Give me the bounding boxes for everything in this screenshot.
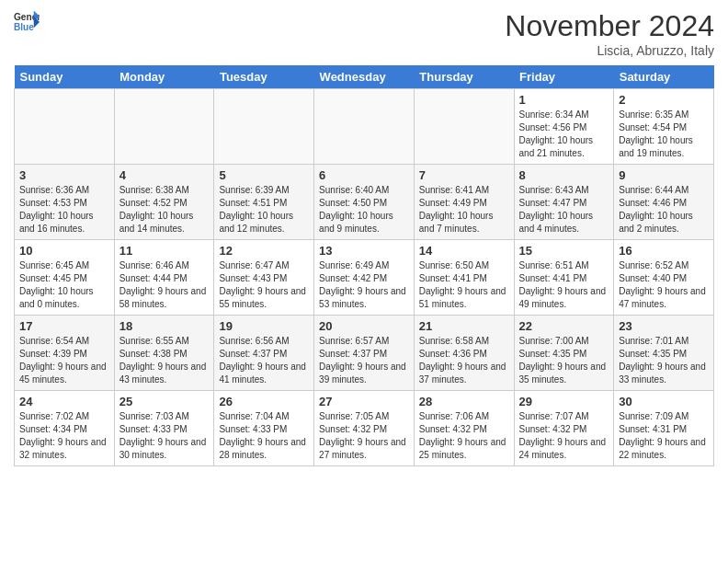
location-subtitle: Liscia, Abruzzo, Italy <box>505 43 714 58</box>
calendar-week-row: 24Sunrise: 7:02 AMSunset: 4:34 PMDayligh… <box>15 391 714 466</box>
day-info: Sunrise: 6:41 AMSunset: 4:49 PMDaylight:… <box>419 184 509 236</box>
day-number: 21 <box>419 319 509 333</box>
day-info: Sunrise: 6:43 AMSunset: 4:47 PMDaylight:… <box>519 184 609 236</box>
day-info: Sunrise: 6:52 AMSunset: 4:40 PMDaylight:… <box>619 259 709 311</box>
calendar-week-row: 1Sunrise: 6:34 AMSunset: 4:56 PMDaylight… <box>15 89 714 165</box>
day-number: 26 <box>219 395 309 408</box>
header-saturday: Saturday <box>614 65 714 89</box>
day-info: Sunrise: 6:57 AMSunset: 4:37 PMDaylight:… <box>319 335 409 386</box>
table-row: 12Sunrise: 6:47 AMSunset: 4:43 PMDayligh… <box>214 240 314 316</box>
table-row: 1Sunrise: 6:34 AMSunset: 4:56 PMDaylight… <box>514 89 614 165</box>
day-number: 18 <box>119 319 210 333</box>
day-number: 23 <box>619 319 709 333</box>
title-block: November 2024 Liscia, Abruzzo, Italy <box>505 9 714 58</box>
header-sunday: Sunday <box>15 65 115 89</box>
day-number: 2 <box>619 93 709 107</box>
day-info: Sunrise: 6:49 AMSunset: 4:42 PMDaylight:… <box>319 259 409 311</box>
day-info: Sunrise: 6:47 AMSunset: 4:43 PMDaylight:… <box>219 259 309 311</box>
day-info: Sunrise: 6:44 AMSunset: 4:46 PMDaylight:… <box>619 184 709 236</box>
day-info: Sunrise: 7:03 AMSunset: 4:33 PMDaylight:… <box>119 410 210 462</box>
day-number: 17 <box>19 319 109 333</box>
day-info: Sunrise: 6:34 AMSunset: 4:56 PMDaylight:… <box>519 109 609 160</box>
table-row: 8Sunrise: 6:43 AMSunset: 4:47 PMDaylight… <box>514 165 614 240</box>
table-row: 24Sunrise: 7:02 AMSunset: 4:34 PMDayligh… <box>15 391 115 466</box>
table-row: 29Sunrise: 7:07 AMSunset: 4:32 PMDayligh… <box>514 391 614 466</box>
day-info: Sunrise: 6:50 AMSunset: 4:41 PMDaylight:… <box>419 259 509 311</box>
day-number: 22 <box>519 319 609 333</box>
day-info: Sunrise: 7:05 AMSunset: 4:32 PMDaylight:… <box>319 410 409 462</box>
calendar-header-row: Sunday Monday Tuesday Wednesday Thursday… <box>15 65 714 89</box>
table-row <box>15 89 115 165</box>
table-row: 2Sunrise: 6:35 AMSunset: 4:54 PMDaylight… <box>614 89 714 165</box>
table-row: 26Sunrise: 7:04 AMSunset: 4:33 PMDayligh… <box>214 391 314 466</box>
table-row: 18Sunrise: 6:55 AMSunset: 4:38 PMDayligh… <box>114 316 214 391</box>
table-row: 14Sunrise: 6:50 AMSunset: 4:41 PMDayligh… <box>414 240 514 316</box>
logo-icon: General Blue <box>14 9 40 35</box>
day-info: Sunrise: 7:04 AMSunset: 4:33 PMDaylight:… <box>219 410 309 462</box>
day-info: Sunrise: 6:45 AMSunset: 4:45 PMDaylight:… <box>19 259 109 311</box>
calendar-week-row: 10Sunrise: 6:45 AMSunset: 4:45 PMDayligh… <box>15 240 714 316</box>
table-row: 6Sunrise: 6:40 AMSunset: 4:50 PMDaylight… <box>314 165 415 240</box>
day-number: 20 <box>319 319 409 333</box>
table-row: 22Sunrise: 7:00 AMSunset: 4:35 PMDayligh… <box>514 316 614 391</box>
day-number: 25 <box>119 395 210 408</box>
calendar-week-row: 17Sunrise: 6:54 AMSunset: 4:39 PMDayligh… <box>15 316 714 391</box>
day-number: 8 <box>519 168 609 182</box>
calendar-week-row: 3Sunrise: 6:36 AMSunset: 4:53 PMDaylight… <box>15 165 714 240</box>
table-row: 16Sunrise: 6:52 AMSunset: 4:40 PMDayligh… <box>614 240 714 316</box>
month-title: November 2024 <box>505 9 714 43</box>
day-number: 27 <box>319 395 409 408</box>
day-number: 28 <box>419 395 509 408</box>
day-number: 5 <box>219 168 309 182</box>
table-row: 10Sunrise: 6:45 AMSunset: 4:45 PMDayligh… <box>15 240 115 316</box>
page-container: General Blue November 2024 Liscia, Abruz… <box>0 0 728 476</box>
day-number: 4 <box>119 168 210 182</box>
day-number: 15 <box>519 244 609 258</box>
day-number: 7 <box>419 168 509 182</box>
table-row <box>414 89 514 165</box>
table-row: 30Sunrise: 7:09 AMSunset: 4:31 PMDayligh… <box>614 391 714 466</box>
table-row <box>314 89 415 165</box>
table-row: 5Sunrise: 6:39 AMSunset: 4:51 PMDaylight… <box>214 165 314 240</box>
table-row <box>114 89 214 165</box>
day-number: 12 <box>219 244 309 258</box>
day-number: 3 <box>19 168 109 182</box>
day-number: 10 <box>19 244 109 258</box>
table-row: 20Sunrise: 6:57 AMSunset: 4:37 PMDayligh… <box>314 316 415 391</box>
day-info: Sunrise: 6:38 AMSunset: 4:52 PMDaylight:… <box>119 184 210 236</box>
day-info: Sunrise: 6:56 AMSunset: 4:37 PMDaylight:… <box>219 335 309 386</box>
table-row: 13Sunrise: 6:49 AMSunset: 4:42 PMDayligh… <box>314 240 415 316</box>
table-row: 28Sunrise: 7:06 AMSunset: 4:32 PMDayligh… <box>414 391 514 466</box>
table-row: 9Sunrise: 6:44 AMSunset: 4:46 PMDaylight… <box>614 165 714 240</box>
table-row: 17Sunrise: 6:54 AMSunset: 4:39 PMDayligh… <box>15 316 115 391</box>
header-thursday: Thursday <box>414 65 514 89</box>
table-row: 3Sunrise: 6:36 AMSunset: 4:53 PMDaylight… <box>15 165 115 240</box>
day-number: 16 <box>619 244 709 258</box>
table-row <box>214 89 314 165</box>
day-info: Sunrise: 6:36 AMSunset: 4:53 PMDaylight:… <box>19 184 109 236</box>
day-info: Sunrise: 6:54 AMSunset: 4:39 PMDaylight:… <box>19 335 109 386</box>
table-row: 25Sunrise: 7:03 AMSunset: 4:33 PMDayligh… <box>114 391 214 466</box>
day-number: 29 <box>519 395 609 408</box>
table-row: 21Sunrise: 6:58 AMSunset: 4:36 PMDayligh… <box>414 316 514 391</box>
logo: General Blue <box>14 9 40 35</box>
day-info: Sunrise: 6:51 AMSunset: 4:41 PMDaylight:… <box>519 259 609 311</box>
header: General Blue November 2024 Liscia, Abruz… <box>14 9 714 58</box>
day-info: Sunrise: 7:07 AMSunset: 4:32 PMDaylight:… <box>519 410 609 462</box>
table-row: 11Sunrise: 6:46 AMSunset: 4:44 PMDayligh… <box>114 240 214 316</box>
table-row: 4Sunrise: 6:38 AMSunset: 4:52 PMDaylight… <box>114 165 214 240</box>
day-info: Sunrise: 6:55 AMSunset: 4:38 PMDaylight:… <box>119 335 210 386</box>
table-row: 15Sunrise: 6:51 AMSunset: 4:41 PMDayligh… <box>514 240 614 316</box>
day-info: Sunrise: 6:40 AMSunset: 4:50 PMDaylight:… <box>319 184 409 236</box>
header-tuesday: Tuesday <box>214 65 314 89</box>
day-info: Sunrise: 7:02 AMSunset: 4:34 PMDaylight:… <box>19 410 109 462</box>
header-monday: Monday <box>114 65 214 89</box>
day-number: 9 <box>619 168 709 182</box>
svg-text:Blue: Blue <box>14 22 34 32</box>
day-number: 19 <box>219 319 309 333</box>
header-friday: Friday <box>514 65 614 89</box>
day-info: Sunrise: 7:01 AMSunset: 4:35 PMDaylight:… <box>619 335 709 386</box>
table-row: 27Sunrise: 7:05 AMSunset: 4:32 PMDayligh… <box>314 391 415 466</box>
table-row: 23Sunrise: 7:01 AMSunset: 4:35 PMDayligh… <box>614 316 714 391</box>
day-number: 30 <box>619 395 709 408</box>
